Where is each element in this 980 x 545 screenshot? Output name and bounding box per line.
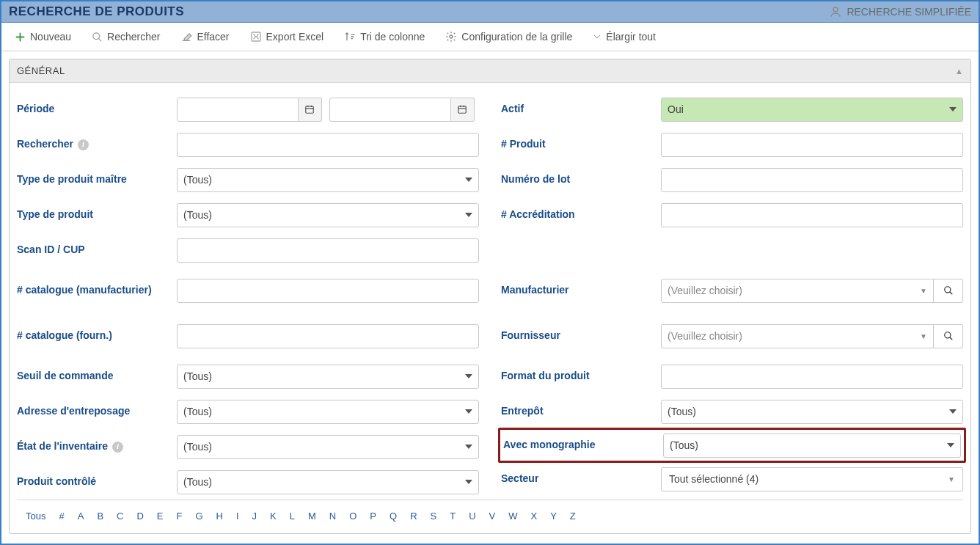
alpha-filter-r[interactable]: R xyxy=(404,508,423,524)
alpha-filter-c[interactable]: C xyxy=(111,508,129,524)
search-label: Rechercher xyxy=(107,31,160,43)
date-from-input[interactable] xyxy=(177,98,299,122)
manufacturier-search-button[interactable] xyxy=(934,279,963,303)
actif-select[interactable]: Oui xyxy=(661,98,963,122)
calendar-icon xyxy=(457,104,467,114)
alpha-filter-q[interactable]: Q xyxy=(384,508,403,524)
form-grid: Période xyxy=(17,92,963,500)
row-adresse: Adresse d'entreposage (Tous) xyxy=(17,394,479,429)
row-manufacturier: Manufacturier (Veuillez choisir) ▼ xyxy=(501,268,963,313)
row-type-produit: Type de produit (Tous) xyxy=(17,197,479,233)
label-actif: Actif xyxy=(501,103,655,116)
alpha-filter-bar: Tous#ABCDEFGHIJKLMNOPQRSTUVWXYZ xyxy=(17,500,963,529)
date-from-group xyxy=(177,98,322,122)
alpha-filter-p[interactable]: P xyxy=(364,508,382,524)
alpha-filter-#[interactable]: # xyxy=(53,508,70,524)
svg-rect-5 xyxy=(458,106,467,113)
svg-point-1 xyxy=(93,32,100,39)
row-num-lot: Numéro de lot xyxy=(501,162,963,197)
label-type-produit: Type de produit xyxy=(17,208,171,222)
scan-id-input[interactable] xyxy=(177,238,479,263)
date-to-group xyxy=(329,98,475,122)
row-monographie: Avec monographie (Tous) xyxy=(498,428,966,463)
alpha-filter-w[interactable]: W xyxy=(502,508,523,524)
num-produit-input[interactable] xyxy=(661,133,963,157)
simplified-search-link[interactable]: RECHERCHE SIMPLIFIÉE xyxy=(829,5,971,18)
clear-label: Effacer xyxy=(197,31,229,43)
alpha-filter-b[interactable]: B xyxy=(91,508,109,524)
alpha-filter-h[interactable]: H xyxy=(211,508,229,524)
alpha-filter-t[interactable]: T xyxy=(444,508,461,524)
catalogue-manuf-input[interactable] xyxy=(177,279,479,303)
info-icon[interactable]: i xyxy=(112,442,123,453)
sort-label: Tri de colonne xyxy=(360,31,425,43)
controle-select[interactable]: (Tous) xyxy=(177,470,479,494)
row-rechercher: Rechercher i xyxy=(17,127,479,162)
general-panel: GÉNÉRAL ▲ Période xyxy=(9,59,971,534)
alpha-filter-g[interactable]: G xyxy=(189,508,208,524)
expand-all-button[interactable]: Élargir tout xyxy=(582,27,666,46)
alpha-filter-z[interactable]: Z xyxy=(564,508,582,524)
fournisseur-combo[interactable]: (Veuillez choisir) ▼ xyxy=(661,324,934,348)
row-periode: Période xyxy=(17,92,479,127)
entrepot-select[interactable]: (Tous) xyxy=(661,400,963,424)
accreditation-input[interactable] xyxy=(661,203,963,227)
panel-title: GÉNÉRAL xyxy=(17,65,65,76)
new-button[interactable]: Nouveau xyxy=(4,27,81,46)
alpha-filter-d[interactable]: D xyxy=(131,508,149,524)
type-maitre-select[interactable]: (Tous) xyxy=(177,168,479,192)
row-catalogue-manuf: # catalogue (manufacturier) xyxy=(17,268,479,313)
alpha-filter-l[interactable]: L xyxy=(284,508,301,524)
seuil-select[interactable]: (Tous) xyxy=(177,365,479,389)
alpha-filter-j[interactable]: J xyxy=(246,508,263,524)
manufacturier-combo[interactable]: (Veuillez choisir) ▼ xyxy=(661,279,934,303)
svg-point-7 xyxy=(944,332,950,338)
num-lot-input[interactable] xyxy=(661,168,963,192)
simplified-search-label: RECHERCHE SIMPLIFIÉE xyxy=(846,6,971,18)
date-to-input[interactable] xyxy=(329,98,451,122)
clear-button[interactable]: Effacer xyxy=(170,27,239,46)
secteur-multiselect[interactable]: Tout sélectionné (4) ▼ xyxy=(661,467,963,491)
alpha-filter-k[interactable]: K xyxy=(264,508,282,524)
row-spacer xyxy=(501,233,963,268)
etat-select[interactable]: (Tous) xyxy=(177,435,479,459)
adresse-select[interactable]: (Tous) xyxy=(177,400,479,424)
export-excel-button[interactable]: Export Excel xyxy=(240,27,334,46)
row-seuil: Seuil de commande (Tous) xyxy=(17,359,479,394)
alpha-filter-f[interactable]: F xyxy=(171,508,189,524)
search-text-input[interactable] xyxy=(177,133,479,157)
alpha-filter-o[interactable]: O xyxy=(343,508,362,524)
monographie-select[interactable]: (Tous) xyxy=(663,434,961,458)
panel-header-general[interactable]: GÉNÉRAL ▲ xyxy=(10,59,970,83)
alpha-filter-n[interactable]: N xyxy=(323,508,342,524)
chevron-down-icon xyxy=(593,32,601,41)
row-controle: Produit contrôlé (Tous) xyxy=(17,464,479,500)
column-sort-button[interactable]: Tri de colonne xyxy=(334,27,435,46)
svg-point-6 xyxy=(944,287,950,293)
alpha-filter-s[interactable]: S xyxy=(425,508,443,524)
alpha-filter-v[interactable]: V xyxy=(483,508,502,524)
label-secteur: Secteur xyxy=(501,472,655,486)
alpha-filter-tous[interactable]: Tous xyxy=(20,508,51,524)
format-input[interactable] xyxy=(661,365,963,389)
date-to-picker[interactable] xyxy=(451,98,475,122)
user-icon xyxy=(829,5,842,18)
grid-config-button[interactable]: Configuration de la grille xyxy=(435,27,582,46)
alpha-filter-m[interactable]: M xyxy=(302,508,322,524)
alpha-filter-a[interactable]: A xyxy=(72,508,90,524)
date-from-picker[interactable] xyxy=(299,98,322,122)
fournisseur-search-button[interactable] xyxy=(934,324,963,348)
search-button[interactable]: Rechercher xyxy=(81,27,170,46)
alpha-filter-e[interactable]: E xyxy=(151,508,169,524)
info-icon[interactable]: i xyxy=(78,139,89,150)
catalogue-fourn-input[interactable] xyxy=(177,324,479,348)
label-seuil: Seuil de commande xyxy=(17,370,171,383)
erase-icon xyxy=(180,31,192,43)
new-label: Nouveau xyxy=(30,31,71,43)
label-monographie: Avec monographie xyxy=(503,439,657,452)
alpha-filter-y[interactable]: Y xyxy=(544,508,563,524)
alpha-filter-x[interactable]: X xyxy=(525,508,544,524)
alpha-filter-u[interactable]: U xyxy=(463,508,481,524)
alpha-filter-i[interactable]: I xyxy=(230,508,245,524)
type-produit-select[interactable]: (Tous) xyxy=(177,203,479,227)
